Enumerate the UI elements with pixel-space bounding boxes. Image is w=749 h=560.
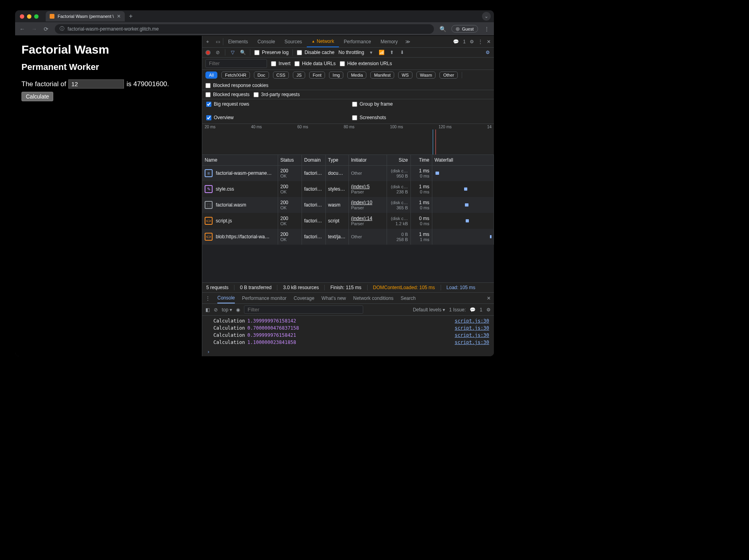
network-filter-input[interactable] (205, 59, 267, 68)
screenshots-checkbox[interactable]: Screenshots (352, 115, 386, 120)
source-link[interactable]: script.js:30 (455, 325, 489, 331)
reload-icon[interactable]: ⟳ (43, 26, 49, 32)
live-expression-icon[interactable]: ◉ (236, 307, 240, 313)
sidebar-toggle-icon[interactable]: ◧ (205, 307, 210, 313)
download-har-icon[interactable]: ⬇ (399, 50, 405, 55)
type-pill-js[interactable]: JS (293, 71, 305, 79)
close-devtools-icon[interactable]: ✕ (487, 39, 491, 44)
throttling-select[interactable]: No throttling (339, 50, 364, 55)
throttling-caret-icon[interactable]: ▾ (368, 50, 374, 55)
invert-checkbox[interactable]: Invert (271, 61, 290, 66)
kebab-icon[interactable]: ⋮ (478, 39, 483, 44)
more-tabs-icon[interactable]: ≫ (403, 39, 413, 44)
factorial-input[interactable] (68, 79, 124, 89)
context-select[interactable]: top ▾ (222, 307, 232, 313)
clear-icon[interactable]: ⊘ (215, 50, 221, 55)
kebab-menu-icon[interactable]: ⋮ (484, 26, 490, 32)
network-table[interactable]: NameStatusDomainTypeInitiatorSizeTimeWat… (202, 155, 494, 283)
drawer-close-icon[interactable]: ✕ (487, 295, 491, 301)
hide-data-urls-checkbox[interactable]: Hide data URLs (294, 61, 336, 66)
tab-console[interactable]: Console (253, 36, 280, 47)
url-input[interactable]: ⓘ factorial-wasm-permanent-worker.glitch… (55, 24, 434, 34)
new-tab-button[interactable]: + (125, 13, 136, 20)
type-pill-media[interactable]: Media (347, 71, 366, 79)
group-frame-checkbox[interactable]: Group by frame (352, 101, 490, 107)
address-bar: ← → ⟳ ⓘ factorial-wasm-permanent-worker.… (15, 22, 494, 36)
device-icon[interactable]: ▭ (213, 39, 223, 44)
close-window-icon[interactable] (20, 14, 24, 19)
drawer-menu-icon[interactable]: ⋮ (205, 295, 210, 301)
disable-cache-checkbox[interactable]: Disable cache (297, 50, 334, 55)
console-line: Calculation0.399999976158421script.js:30 (202, 332, 494, 339)
search-icon[interactable]: 🔍 (240, 50, 246, 55)
chevron-down-icon[interactable]: ⌄ (482, 12, 491, 21)
site-info-icon[interactable]: ⓘ (60, 25, 64, 32)
tab-close-icon[interactable]: ✕ (117, 14, 121, 19)
table-row[interactable]: <>script.js 200OK factori… script (index… (202, 213, 494, 229)
big-rows-checkbox[interactable]: Big request rows (206, 101, 344, 107)
zoom-icon[interactable]: 🔍 (439, 26, 446, 32)
console-settings-icon[interactable]: ⚙ (486, 307, 491, 313)
tab-memory[interactable]: Memory (376, 36, 403, 47)
page-heading: Factorial Wasm (21, 43, 195, 56)
maximize-window-icon[interactable] (34, 14, 39, 19)
devtools-panel: ⌖ ▭ Elements Console Sources Network Per… (202, 36, 494, 356)
type-pill-css[interactable]: CSS (273, 71, 289, 79)
type-pill-manifest[interactable]: Manifest (370, 71, 394, 79)
record-icon[interactable] (205, 50, 211, 55)
type-pill-ws[interactable]: WS (398, 71, 412, 79)
issues-label: 1 Issue: (449, 307, 466, 313)
network-settings-icon[interactable]: ⚙ (484, 50, 491, 55)
type-pill-doc[interactable]: Doc (254, 71, 269, 79)
table-row[interactable]: ⬚factorial.wasm 200OK factori… wasm (ind… (202, 197, 494, 213)
window-controls[interactable] (18, 14, 42, 19)
table-row[interactable]: ✎style.css 200OK factori… styles… (index… (202, 181, 494, 197)
blocked-cookies-checkbox[interactable]: Blocked response cookies (205, 83, 268, 88)
table-header-row[interactable]: NameStatusDomainTypeInitiatorSizeTimeWat… (202, 155, 494, 166)
network-options: Big request rows Overview Group by frame… (202, 99, 494, 124)
inspect-icon[interactable]: ⌖ (202, 39, 213, 44)
issues-icon[interactable]: 💬 (453, 39, 459, 44)
guest-icon: ◎ (456, 26, 460, 31)
levels-select[interactable]: Default levels ▾ (413, 307, 445, 313)
drawer-tab-netcond[interactable]: Network conditions (353, 295, 393, 301)
source-link[interactable]: script.js:30 (455, 318, 489, 324)
third-party-checkbox[interactable]: 3rd-party requests (254, 92, 300, 97)
upload-har-icon[interactable]: ⬆ (389, 50, 395, 55)
source-link[interactable]: script.js:30 (455, 340, 489, 345)
source-link[interactable]: script.js:30 (455, 332, 489, 338)
overview-checkbox[interactable]: Overview (206, 115, 234, 120)
table-row[interactable]: <>blob:https://factorial-wa… 200OK facto… (202, 229, 494, 245)
drawer-tab-perfmon[interactable]: Performance monitor (242, 295, 286, 301)
clear-console-icon[interactable]: ⊘ (214, 307, 218, 313)
minimize-window-icon[interactable] (27, 14, 31, 19)
drawer-tab-search[interactable]: Search (401, 295, 416, 301)
type-pill-fetch[interactable]: Fetch/XHR (221, 71, 250, 79)
drawer-tab-coverage[interactable]: Coverage (294, 295, 314, 301)
type-pill-all[interactable]: All (205, 71, 217, 79)
type-pill-font[interactable]: Font (309, 71, 325, 79)
profile-button[interactable]: ◎ Guest (451, 25, 478, 33)
drawer-tab-whatsnew[interactable]: What's new (321, 295, 346, 301)
table-row[interactable]: ≡factorial-wasm-permane… 200OK factori… … (202, 165, 494, 181)
network-timeline[interactable]: 20 ms 40 ms 60 ms 80 ms 100 ms 120 ms 14 (202, 124, 494, 155)
back-icon[interactable]: ← (19, 26, 25, 32)
type-pill-other[interactable]: Other (439, 71, 458, 79)
console-prompt[interactable]: › (202, 348, 494, 356)
type-pill-wasm[interactable]: Wasm (416, 71, 436, 79)
preserve-log-checkbox[interactable]: Preserve log (254, 50, 288, 55)
console-filter-input[interactable] (244, 305, 363, 314)
calculate-button[interactable]: Calculate (21, 92, 53, 101)
tab-performance[interactable]: Performance (339, 36, 376, 47)
filter-toggle-icon[interactable]: ▽ (229, 50, 236, 55)
tab-network[interactable]: Network (307, 36, 339, 47)
blocked-requests-checkbox[interactable]: Blocked requests (205, 92, 250, 97)
tab-sources[interactable]: Sources (280, 36, 307, 47)
settings-icon[interactable]: ⚙ (470, 39, 474, 44)
network-conditions-icon[interactable]: 📶 (378, 50, 385, 55)
issues-chip-icon[interactable]: 💬 (470, 307, 476, 313)
tab-elements[interactable]: Elements (223, 36, 253, 47)
browser-tab[interactable]: Factorial Wasm (permanent \ ✕ (46, 11, 125, 21)
drawer-tab-console[interactable]: Console (217, 293, 235, 303)
hide-extension-urls-checkbox[interactable]: Hide extension URLs (340, 61, 392, 66)
